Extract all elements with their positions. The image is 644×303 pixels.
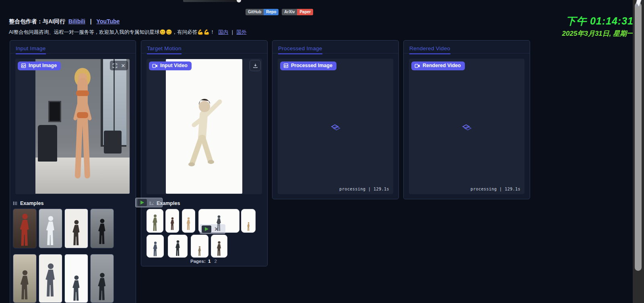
image-toolbar: ✕ bbox=[110, 61, 128, 70]
arxiv-paper-badge[interactable]: ArXiv Paper bbox=[282, 9, 313, 15]
tab-rendered-video[interactable]: Rendered Video bbox=[409, 45, 450, 54]
woman-figure bbox=[58, 67, 107, 188]
page-2-button[interactable]: 2 bbox=[215, 259, 217, 264]
clear-image-button[interactable]: ✕ bbox=[119, 61, 127, 70]
tab-processed-image[interactable]: Processed Image bbox=[278, 45, 322, 54]
example-image-basketball[interactable] bbox=[90, 254, 114, 303]
badge-row: GitHub Repo ArXiv Paper bbox=[246, 9, 313, 15]
image-icon bbox=[283, 63, 289, 68]
input-image-preview bbox=[35, 59, 130, 194]
example-image-kakashi[interactable] bbox=[64, 254, 88, 303]
video-icon bbox=[152, 63, 158, 68]
panel-target-motion: Target Motion Input Video bbox=[141, 40, 268, 266]
examples-pagination: Pages: 1 2 bbox=[141, 259, 267, 264]
gif-player-overlay: ✕ bbox=[135, 198, 163, 207]
rendered-video-chip: Rendered Video bbox=[411, 61, 465, 70]
close-overlay-button[interactable]: ✕ bbox=[149, 199, 156, 206]
room-chair bbox=[38, 125, 57, 161]
processing-status: processing | 129.1s bbox=[339, 187, 389, 191]
example-motion-1[interactable] bbox=[147, 209, 163, 233]
examples-label: Examples bbox=[20, 201, 43, 206]
author-line: 整合包作者：与AI同行 Bilibili | YouTube bbox=[9, 18, 121, 25]
processing-status: processing | 129.1s bbox=[471, 187, 520, 191]
example-motion-6[interactable] bbox=[147, 235, 164, 258]
input-video-chip: Input Video bbox=[149, 61, 192, 70]
github-repo-badge[interactable]: GitHub Repo bbox=[246, 9, 279, 15]
video-icon bbox=[415, 63, 420, 68]
play-button[interactable] bbox=[137, 199, 147, 206]
clock-date: 2025年3月31日, 星期一 bbox=[562, 29, 634, 38]
input-video-preview bbox=[166, 59, 242, 194]
tab-target-motion[interactable]: Target Motion bbox=[147, 45, 182, 54]
badge-value: Repo bbox=[264, 9, 279, 15]
input-examples-header: Examples bbox=[13, 201, 43, 206]
input-image-component[interactable]: Input Image ✕ bbox=[15, 59, 130, 194]
scrolled-title-remnant bbox=[183, 0, 239, 2]
download-icon bbox=[253, 63, 258, 68]
input-image-tabbar: Input Image bbox=[10, 41, 136, 53]
pages-label: Pages: bbox=[190, 259, 206, 264]
page-scrollbar[interactable] bbox=[633, 0, 644, 303]
rendered-video-component: Rendered Video processing | 129.1s bbox=[409, 59, 524, 194]
badge-value: Paper bbox=[297, 9, 313, 15]
tab-input-image[interactable]: Input Image bbox=[16, 45, 46, 54]
chip-label: Input Image bbox=[29, 63, 57, 69]
play-icon bbox=[140, 200, 144, 205]
promo-line: AI整合包问题咨询、远程一对一服务等，欢迎加入我的专属知识星球😊😊，有问必答💪💪… bbox=[9, 29, 248, 36]
chip-label: Input Video bbox=[160, 63, 188, 69]
badge-label: GitHub bbox=[246, 9, 264, 15]
example-motion-8[interactable] bbox=[191, 235, 208, 258]
download-video-button[interactable] bbox=[250, 60, 261, 71]
example-motion-5[interactable] bbox=[241, 209, 256, 233]
input-examples-grid bbox=[13, 209, 114, 303]
link-separator: | bbox=[90, 18, 92, 25]
mouse-cursor bbox=[634, 0, 642, 7]
youtube-link[interactable]: YouTube bbox=[97, 18, 120, 25]
example-image-black-outfit[interactable] bbox=[90, 209, 114, 248]
promo-text: AI整合包问题咨询、远程一对一服务等，欢迎加入我的专属知识星球😊😊，有问必答💪💪… bbox=[9, 29, 215, 35]
example-motion-9[interactable] bbox=[211, 235, 227, 258]
processed-image-chip: Processed Image bbox=[280, 61, 336, 70]
link-separator: | bbox=[232, 29, 233, 35]
panel-processed-image: Processed Image Processed Image processi… bbox=[272, 40, 399, 199]
processing-spinner-icon bbox=[330, 123, 341, 131]
example-image-joker[interactable] bbox=[13, 209, 37, 248]
play-button[interactable] bbox=[202, 225, 211, 233]
gif-player-overlay: ✕ bbox=[200, 224, 225, 234]
example-motion-3[interactable] bbox=[182, 209, 195, 233]
processing-spinner-icon bbox=[462, 123, 472, 131]
bilibili-link[interactable]: Bilibili bbox=[68, 18, 85, 25]
overseas-link[interactable]: 国外 bbox=[236, 29, 246, 35]
input-image-chip: Input Image bbox=[18, 61, 61, 70]
panel-rendered-video: Rendered Video Rendered Video processing… bbox=[403, 40, 530, 199]
panel-input-image: Input Image Input Image ✕ bbox=[10, 40, 136, 303]
chip-label: Processed Image bbox=[291, 63, 332, 69]
example-image-anime[interactable] bbox=[39, 254, 62, 303]
page-1-button[interactable]: 1 bbox=[208, 259, 211, 264]
input-video-component[interactable]: Input Video bbox=[147, 59, 262, 194]
example-motion-2[interactable] bbox=[165, 209, 179, 233]
domestic-link[interactable]: 国内 bbox=[218, 29, 228, 35]
processed-image-component: Processed Image processing | 129.1s bbox=[278, 59, 393, 194]
clock-time: 下午 01:14:31 bbox=[562, 14, 634, 28]
image-icon bbox=[21, 63, 26, 68]
target-motion-tabbar: Target Motion bbox=[141, 41, 267, 53]
example-motion-7[interactable] bbox=[168, 235, 188, 258]
scrolled-logo-remnant bbox=[237, 0, 241, 2]
example-image-shorts[interactable] bbox=[64, 209, 88, 248]
fullscreen-button[interactable] bbox=[111, 61, 119, 70]
author-prefix: 整合包作者：与AI同行 bbox=[9, 18, 65, 25]
dancer-figure bbox=[178, 91, 230, 172]
example-image-white-dress[interactable] bbox=[39, 209, 62, 248]
example-image-library[interactable] bbox=[13, 254, 37, 303]
clock-widget: 下午 01:14:31 2025年3月31日, 星期一 bbox=[562, 14, 634, 38]
rendered-video-tabbar: Rendered Video bbox=[404, 41, 530, 53]
close-overlay-button[interactable]: ✕ bbox=[213, 225, 220, 233]
badge-label: ArXiv bbox=[282, 9, 297, 15]
list-icon bbox=[13, 201, 18, 206]
chip-label: Rendered Video bbox=[423, 63, 461, 69]
processed-image-tabbar: Processed Image bbox=[272, 41, 398, 53]
expand-icon bbox=[112, 63, 118, 68]
scrollbar-thumb[interactable] bbox=[635, 2, 642, 271]
play-icon bbox=[204, 227, 209, 231]
